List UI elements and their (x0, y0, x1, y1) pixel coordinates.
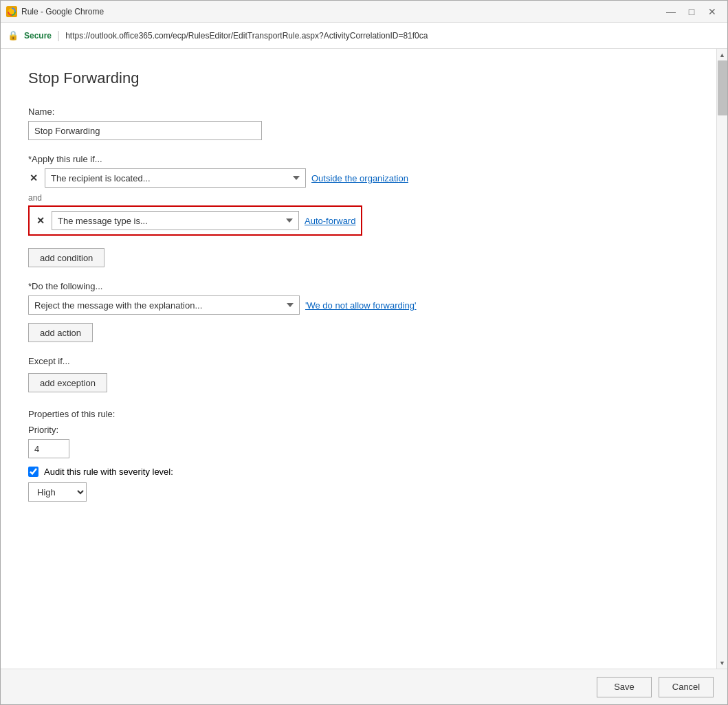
url-text: https://outlook.office365.com/ecp/RulesE… (65, 31, 428, 41)
save-button[interactable]: Save (597, 677, 652, 697)
condition-2-dropdown[interactable]: The message type is... (52, 211, 299, 230)
apply-rule-group: *Apply this rule if... ✕ The recipient i… (28, 154, 689, 267)
condition-row-1: ✕ The recipient is located... Outside th… (28, 168, 689, 188)
condition-2-link[interactable]: Auto-forward (305, 216, 355, 226)
browser-icon (6, 6, 17, 17)
except-if-label: Except if... (28, 356, 689, 366)
scroll-track (717, 60, 727, 657)
remove-condition-2-button[interactable]: ✕ (35, 215, 46, 226)
name-label: Name: (28, 107, 689, 117)
scroll-up-button[interactable]: ▲ (717, 49, 728, 60)
do-following-group: *Do the following... Reject the message … (28, 281, 689, 342)
action-1-link[interactable]: 'We do not allow forwarding' (305, 300, 417, 311)
scroll-thumb[interactable] (718, 60, 727, 115)
and-label: and (28, 193, 689, 203)
minimize-button[interactable]: — (661, 5, 681, 19)
apply-rule-label: *Apply this rule if... (28, 154, 689, 164)
name-input[interactable] (28, 121, 262, 140)
window-title: Rule - Google Chrome (21, 7, 661, 16)
maximize-button[interactable]: □ (682, 5, 701, 19)
audit-row: Audit this rule with severity level: (28, 467, 689, 477)
lock-icon: 🔒 (8, 30, 19, 41)
close-button[interactable]: ✕ (703, 5, 722, 19)
priority-input[interactable] (28, 439, 69, 458)
audit-checkbox[interactable] (28, 467, 38, 477)
add-action-button[interactable]: add action (28, 323, 93, 342)
action-1-dropdown[interactable]: Reject the message with the explanation.… (28, 295, 300, 315)
condition-1-dropdown[interactable]: The recipient is located... (45, 168, 306, 188)
condition-1-link[interactable]: Outside the organization (311, 173, 408, 183)
page-title: Stop Forwarding (28, 69, 689, 87)
except-if-group: Except if... add exception (28, 356, 689, 392)
bottom-bar: Save Cancel (1, 669, 727, 704)
condition-row-2-highlighted: ✕ The message type is... Auto-forward (28, 205, 362, 236)
separator: | (57, 30, 60, 42)
title-bar: Rule - Google Chrome — □ ✕ (1, 1, 727, 23)
window-controls: — □ ✕ (661, 5, 722, 19)
action-row-1: Reject the message with the explanation.… (28, 295, 689, 315)
content-area: Stop Forwarding Name: *Apply this rule i… (1, 49, 727, 669)
properties-label: Properties of this rule: (28, 409, 689, 419)
secure-label: Secure (24, 31, 52, 41)
add-condition-button[interactable]: add condition (28, 248, 104, 267)
page-content: Stop Forwarding Name: *Apply this rule i… (1, 49, 716, 669)
audit-label: Audit this rule with severity level: (44, 467, 173, 477)
name-group: Name: (28, 107, 689, 140)
address-bar: 🔒 Secure | https://outlook.office365.com… (1, 23, 727, 49)
severity-select[interactable]: High Medium Low (28, 482, 87, 502)
do-following-label: *Do the following... (28, 281, 689, 291)
priority-label: Priority: (28, 425, 689, 435)
scroll-down-button[interactable]: ▼ (717, 657, 728, 669)
cancel-button[interactable]: Cancel (659, 677, 714, 697)
remove-condition-1-button[interactable]: ✕ (28, 172, 39, 183)
scrollbar: ▲ ▼ (716, 49, 727, 669)
properties-section: Properties of this rule: Priority: Audit… (28, 409, 689, 502)
browser-window: Rule - Google Chrome — □ ✕ 🔒 Secure | ht… (0, 0, 728, 705)
add-exception-button[interactable]: add exception (28, 373, 107, 392)
